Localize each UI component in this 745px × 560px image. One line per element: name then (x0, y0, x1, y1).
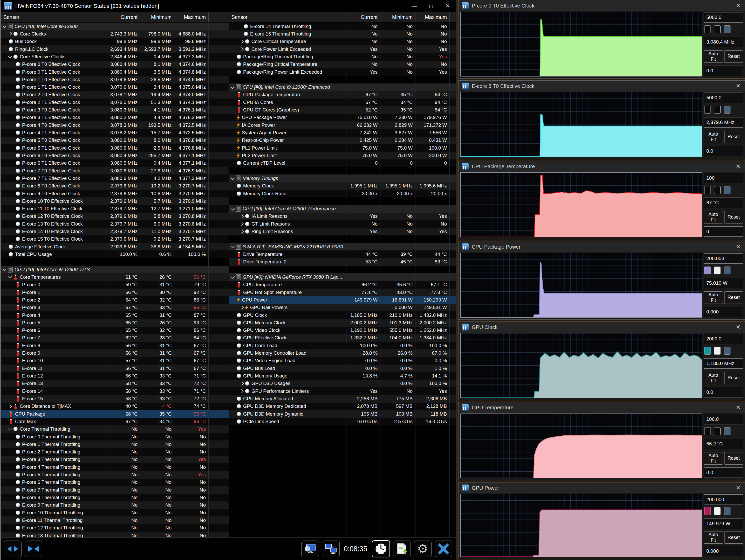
graph-titlebar[interactable]: CPU Package Power ✕ (458, 241, 745, 252)
sensor-row[interactable]: P-core 762 °C28 °C84 °C (1, 334, 229, 342)
sensor-row[interactable]: Core Power Limit ExceededYesNoYes (229, 45, 456, 53)
graph-titlebar[interactable]: GPU Clock ✕ (458, 322, 745, 332)
sensor-row[interactable]: GT Limit ReasonsNoNoNo (229, 220, 456, 228)
sensor-label[interactable]: Current cTDP Level (229, 160, 346, 167)
graph-titlebar[interactable]: GPU Power ✕ (458, 483, 745, 493)
sensor-row[interactable]: P-core 367 °C33 °C96 °C (1, 304, 229, 311)
sensor-row[interactable]: GPU Memory Usage13.8 %4.7 %14.1 % (229, 372, 456, 380)
sensor-label[interactable]: GPU D3D Memory Dedicated (229, 403, 346, 410)
sensor-row[interactable]: Package/Ring Power Limit ExceededYesNoYe… (229, 68, 456, 76)
reset-button[interactable]: Reset (724, 531, 743, 544)
sensor-row[interactable]: GPU Memory Allocated2,256 MB775 MB2,306 … (229, 395, 456, 403)
sensor-label[interactable]: Core Thermal Throttling (1, 425, 106, 433)
sensor-row[interactable]: GPU Memory Clock2,000.2 MHz101.3 MHz2,00… (229, 319, 456, 326)
sensor-row[interactable]: P-core 6 Thermal ThrottlingNoNoNo (1, 479, 229, 486)
reset-button[interactable]: Reset (724, 131, 743, 143)
sensor-label[interactable]: P-core 6 (1, 327, 106, 334)
auto-fit-button[interactable]: Auto Fit (704, 291, 723, 304)
sensor-label[interactable]: CPU Package Power (229, 114, 346, 121)
sensor-label[interactable]: CPU [#0]: Intel Core i9-12900: DTS (1, 266, 106, 273)
chevron-down-icon[interactable] (231, 275, 235, 279)
sensor-label[interactable]: P-core 1 T1 Effective Clock (1, 83, 106, 91)
sensor-label[interactable]: CPU [#0]: Intel Core i9-12900 (1, 23, 106, 30)
sensor-label[interactable]: System Agent Power (229, 129, 346, 136)
chevron-down-icon[interactable] (231, 85, 235, 89)
spacer-row[interactable] (229, 197, 456, 205)
sensor-row[interactable]: P-core 665 °C32 °C86 °C (1, 327, 229, 334)
sensor-row[interactable]: P-core 1 T1 Effective Clock3,079.6 MHz3.… (1, 83, 229, 91)
sensor-label[interactable]: E-core 15 Thermal Throttling (229, 30, 346, 38)
sensor-label[interactable]: E-core 8 Thermal Throttling (1, 494, 106, 501)
sensor-row[interactable]: Current cTDP Level000 (229, 160, 456, 167)
sensor-label[interactable]: IA Cores Power (229, 121, 346, 129)
sensor-label[interactable]: Memory Clock (229, 182, 346, 190)
sensor-row[interactable]: P-core 7 T1 Effective Clock3,080.6 MHz4.… (1, 174, 229, 182)
sensor-label[interactable]: GPU Memory Allocated (229, 395, 346, 403)
graph-color-swatch-3[interactable] (724, 347, 731, 355)
sensor-label[interactable]: P-core 7 (1, 334, 106, 342)
sensor-row[interactable]: P-core 3 Thermal ThrottlingNoNoYes (1, 456, 229, 463)
chevron-right-icon[interactable] (240, 389, 244, 393)
sensor-label[interactable]: P-core 2 Thermal Throttling (1, 448, 106, 456)
sensor-label[interactable]: Core Effective Clocks (1, 53, 106, 60)
spacer-row[interactable] (229, 76, 456, 83)
sensor-label[interactable]: CPU GT Cores (Graphics) (229, 106, 346, 113)
sensor-row[interactable]: Core Distance to TjMAX40 °C4 °C74 °C (1, 403, 229, 410)
close-icon[interactable]: ✕ (736, 243, 741, 250)
sensor-row[interactable]: PL2 Power Limit75.0 W75.0 W200.0 W (229, 152, 456, 159)
sensor-label[interactable]: E-core 10 T0 Effective Clock (1, 197, 106, 205)
sensor-label[interactable]: Core Clocks (1, 30, 106, 38)
graph-color-swatch-3[interactable] (724, 267, 731, 274)
minimize-button[interactable]: — (406, 1, 423, 11)
column-current[interactable]: Current (346, 12, 380, 22)
sensor-section-row[interactable]: GPU [#0]: NVIDIA GeForce RTX 3080 Ti Lap… (229, 273, 456, 281)
sensor-label[interactable]: E-core 15 T0 Effective Clock (1, 235, 106, 243)
sensor-label[interactable]: PL1 Power Limit (229, 144, 346, 152)
sensor-label[interactable]: Memory Timings (229, 174, 346, 182)
sensor-section-row[interactable]: CPU [#0]: Intel Core i9-12900: Enhanced (229, 83, 456, 91)
sensor-row[interactable]: GPU Power149.979 W16.691 W150.293 W (229, 296, 456, 304)
auto-fit-button[interactable]: Auto Fit (704, 211, 723, 223)
sensor-label[interactable]: P-core 7 T1 Effective Clock (1, 174, 106, 182)
sensor-row[interactable]: P-core 7 Thermal ThrottlingNoNoNo (1, 486, 229, 494)
sensor-label[interactable]: E-core 8 T0 Effective Clock (1, 182, 106, 190)
sensor-row[interactable]: E-core 14 Thermal ThrottlingNoNoNo (229, 23, 456, 30)
titlebar[interactable]: HWiNFO64 v7.30-4870 Sensor Status [231 v… (1, 0, 456, 12)
sensor-row[interactable]: Package/Ring Critical TemperatureNoNoNo (229, 61, 456, 68)
sensor-row[interactable]: P-core 4 T0 Effective Clock3,078.3 MHz19… (1, 121, 229, 129)
remote-monitoring-button[interactable] (322, 540, 340, 557)
sensor-label[interactable]: Rest-of-Chip Power (229, 137, 346, 144)
sensor-label[interactable]: GPU D3D Memory Dynamic (229, 410, 346, 418)
system-summary-button[interactable] (301, 540, 319, 557)
auto-fit-button[interactable]: Auto Fit (704, 50, 723, 63)
chevron-right-icon[interactable] (240, 40, 244, 44)
table-header[interactable]: Sensor Current Minimum Maximum (1, 12, 229, 23)
sensor-row[interactable]: P-core 2 T1 Effective Clock3,078.0 MHz51… (1, 99, 229, 106)
column-minimum[interactable]: Minimum (140, 12, 174, 22)
sensor-row[interactable]: PL1 Power Limit75.0 W75.0 W100.0 W (229, 144, 456, 152)
sensor-row[interactable]: Total CPU Usage100.0 %0.6 %100.0 % (1, 250, 229, 258)
sensor-row[interactable]: P-core 059 °C31 °C79 °C (1, 281, 229, 288)
sensor-row[interactable]: P-core 0 T0 Effective Clock3,080.4 MHz8.… (1, 61, 229, 68)
reset-button[interactable]: Reset (724, 291, 743, 304)
sensor-label[interactable]: P-core 1 T0 Effective Clock (1, 76, 106, 83)
spacer-row[interactable] (229, 441, 456, 448)
maximize-button[interactable]: ▢ (423, 1, 439, 11)
sensor-label[interactable]: E-core 11 Thermal Throttling (1, 517, 106, 524)
auto-fit-button[interactable]: Auto Fit (704, 131, 723, 143)
sensor-label[interactable]: P-core 5 T1 Effective Clock (1, 144, 106, 152)
sensor-label[interactable]: E-core 13 Thermal Throttling (1, 532, 106, 537)
sensor-label[interactable]: CPU [#0]: Intel Core i9-12900: Enhanced (229, 83, 346, 91)
sensor-label[interactable]: P-core 3 (1, 304, 106, 311)
sensor-row[interactable]: Memory Clock Ratio20.00 x20.00 x20.00 x (229, 190, 456, 197)
column-sensor[interactable]: Sensor (229, 12, 346, 22)
graph-color-swatch-2[interactable] (714, 106, 721, 113)
spacer-row[interactable] (229, 266, 456, 273)
sensor-section-row[interactable]: S.M.A.R.T.: SAMSUNG MZVL22T0HBLB-00B0... (229, 243, 456, 250)
chevron-down-icon[interactable] (231, 206, 235, 211)
sensor-label[interactable]: Core Power Limit Exceeded (229, 45, 346, 53)
sensor-row[interactable]: GPU Performance LimitersYesNoYes (229, 387, 456, 395)
spacer-row[interactable] (229, 509, 456, 517)
sensor-label[interactable]: CPU IA Cores (229, 99, 346, 106)
sensor-label[interactable]: Core Distance to TjMAX (1, 403, 106, 410)
